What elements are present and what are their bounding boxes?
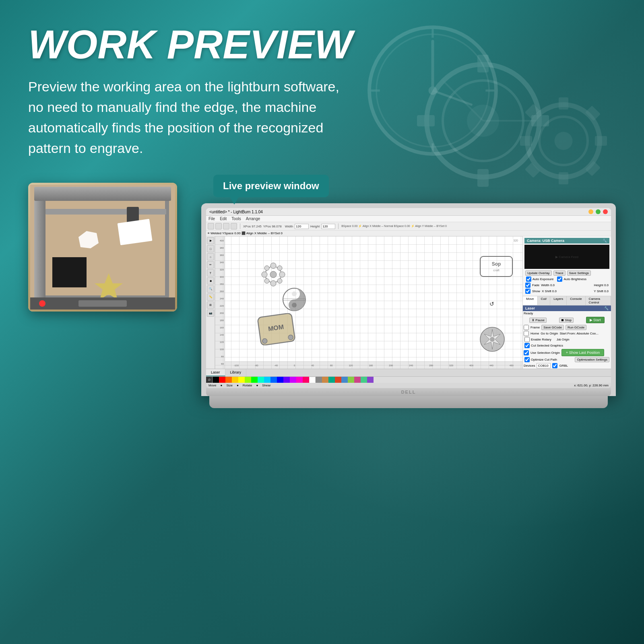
menu-file[interactable]: File [208,217,215,221]
btn-stop[interactable]: ⏹ Stop [559,318,574,323]
enable-rotary-cb[interactable] [524,337,530,342]
color-indigo[interactable] [367,377,374,383]
fade-label: Fade [532,283,539,287]
auto-brightness-label: Auto Brightness [564,277,586,281]
minimize-btn[interactable] [588,209,593,214]
color-yellow-green[interactable] [245,377,251,383]
lb-titlebar: <untitled> * - LightBurn 1.1.04 [206,208,611,216]
close-btn[interactable] [603,209,608,214]
tab-console[interactable]: Console [567,296,585,305]
btn-pause[interactable]: ⏸ Pause [529,318,547,323]
grbl-label: GRBL [559,364,568,367]
color-yellow[interactable] [238,377,245,383]
laser-status-row: Ready [523,311,611,316]
grbl-cb[interactable] [552,363,557,368]
color-purple[interactable] [290,377,296,383]
show-last-pos-cb[interactable] [524,350,529,355]
btn-show-last-position[interactable]: + Show Last Position [561,349,604,356]
tool-new[interactable] [208,223,214,229]
height-input[interactable] [321,224,335,229]
color-lime[interactable] [348,377,354,383]
menu-arrange[interactable]: Arrange [246,217,260,221]
auto-brightness-cb[interactable] [557,277,562,282]
bottom-tab-laser[interactable]: Laser [206,369,225,376]
btn-update-overlay[interactable]: Update Overlay [525,270,552,276]
fade-cb[interactable] [525,283,530,288]
tool-measure[interactable]: 📏 [207,293,214,301]
status-size: Size [226,384,233,387]
color-hot-pink[interactable] [303,377,309,383]
tool-text[interactable]: T [207,269,214,277]
tool-rect[interactable]: □ [207,245,214,252]
color-white[interactable] [309,377,316,383]
btn-save-gcode[interactable]: Save GCode [541,325,564,330]
cut-selected-cb[interactable] [524,343,530,348]
tool-grid[interactable]: ⊞ [207,301,214,309]
color-pink[interactable] [296,377,303,383]
color-violet[interactable] [283,377,290,383]
enable-rotary-label: Enable Rotary [531,338,551,341]
btn-run-gcode[interactable]: Run GCode [566,325,586,330]
home-cb[interactable] [524,331,529,336]
bottom-tab-library[interactable]: Library [225,369,247,376]
color-cyan-green[interactable] [258,377,264,383]
tool-node[interactable]: ◆ [207,277,214,285]
color-cyan[interactable] [264,377,270,383]
auto-exposure-cb[interactable] [526,277,531,282]
btn-optimization-settings[interactable]: Optimization Settings [575,357,609,362]
width-input[interactable] [295,224,309,229]
btn-start[interactable]: ▶ Start [586,317,605,323]
no-color-swatch[interactable]: ∅ [206,377,213,383]
color-teal[interactable] [328,377,335,383]
color-steel-blue[interactable] [341,377,348,383]
svg-text:Sop: Sop [492,261,501,267]
tab-camera-ctrl[interactable]: Camera Control [586,296,611,305]
xpos-label: XPos 97.245 [243,225,262,228]
svg-point-50 [277,266,282,270]
btn-save-settings[interactable]: Save Settings [567,270,591,276]
tool-zoom[interactable]: 🔍 [207,285,214,293]
optimize-cb[interactable] [524,357,530,362]
color-green[interactable] [251,377,258,383]
color-red-orange[interactable] [335,377,341,383]
tool-save[interactable] [223,223,229,229]
tool-pen[interactable]: ✏ [207,261,214,268]
menu-edit[interactable]: Edit [220,217,227,221]
color-orange[interactable] [225,377,232,383]
tool-pointer[interactable]: ▶ [207,237,214,244]
lb-canvas-area[interactable]: 4003803603403203002802602402202001801601… [215,236,522,369]
callout-container: Live preview window [213,175,616,197]
btn-trace[interactable]: Trace [553,270,566,276]
tab-move[interactable]: Move [523,296,538,305]
start-from-label: Start From: Absolute Coo... [559,332,598,335]
color-mint[interactable] [361,377,367,383]
tool-camera[interactable]: 📷 [207,310,214,317]
color-blue-light[interactable] [270,377,277,383]
color-black[interactable] [213,377,219,383]
color-magenta[interactable] [354,377,361,383]
tool-undo[interactable] [231,223,237,229]
canvas-coords: 320 [512,239,519,242]
tab-cut[interactable]: Cut/ [538,296,551,305]
laptop-brand-label: DELL [401,390,416,394]
color-brown[interactable] [322,377,328,383]
menu-tools[interactable]: Tools [231,217,241,221]
width-field-label: Width 0.0 [541,283,555,287]
color-yellow-orange[interactable] [232,377,238,383]
color-red[interactable] [219,377,225,383]
tool-open[interactable] [215,223,222,229]
lb-main-area: ▶ □ ○ ✏ T ◆ 🔍 📏 ⊞ 📷 [206,236,611,369]
machine-photo-inner [28,183,177,312]
color-gray[interactable] [316,377,322,383]
tab-layers[interactable]: Layers [550,296,567,305]
color-blue[interactable] [277,377,283,383]
tool-circle[interactable]: ○ [207,253,214,260]
lower-section: Live preview window <untitled> * - Light… [28,183,616,408]
lb-status-bar: Move ● Size ● Rotate ● Shear x: 621.00, … [206,383,611,388]
frame-cb[interactable] [524,325,529,330]
toolbar2-label: ≡ Welded YSpace 0.00 ⬛ Align X Middle --… [208,231,283,235]
show-cb[interactable] [525,289,530,294]
devices-input[interactable] [537,363,551,368]
maximize-btn[interactable] [596,209,601,214]
auto-exposure-label: Auto Exposure [533,277,553,281]
